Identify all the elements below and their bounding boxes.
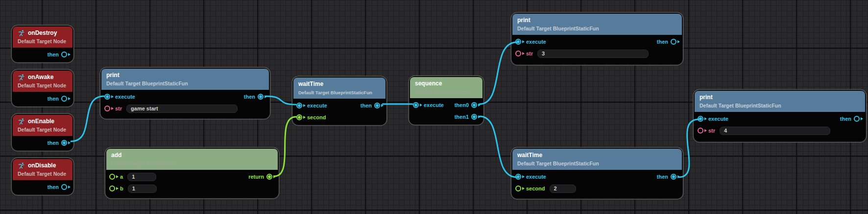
node-title: waitTime xyxy=(298,80,323,88)
node-subtitle: Default Target BlueprintStaticFun xyxy=(106,80,264,87)
pin-label-execute: execute xyxy=(307,103,327,108)
b-value-input[interactable] xyxy=(128,185,157,193)
event-runner-icon xyxy=(18,118,25,125)
node-title: add xyxy=(111,151,121,159)
exec-output-pin-then[interactable] xyxy=(374,103,380,108)
pin-label-then: then xyxy=(361,103,372,108)
node-title: sequence xyxy=(415,80,442,87)
second-value-input[interactable] xyxy=(550,185,576,193)
node-title: print xyxy=(517,16,530,24)
pin-label-execute: execute xyxy=(526,39,546,45)
number-input-pin-second[interactable] xyxy=(296,114,302,120)
pin-label-then1: then1 xyxy=(455,114,469,120)
node-title: onDestroy xyxy=(28,29,57,37)
str-value-input[interactable] xyxy=(537,50,649,58)
pin-label-return: return xyxy=(248,174,264,180)
node-ondestroy[interactable]: onDestroy Default Target Node then xyxy=(13,27,72,61)
pin-label-second: second xyxy=(307,114,326,120)
pin-label-str: str xyxy=(526,51,533,56)
node-add[interactable]: add Default Target BPMathLib a return b xyxy=(106,149,278,197)
node-subtitle: Default Target Node xyxy=(18,82,68,89)
event-runner-icon xyxy=(18,29,25,37)
exec-output-pin-then0[interactable] xyxy=(471,102,477,108)
node-title: onEnable xyxy=(28,117,54,125)
pin-label-execute: execute xyxy=(115,94,135,100)
number-input-pin-second[interactable] xyxy=(515,186,521,191)
pin-label-a: a xyxy=(120,174,123,180)
number-input-pin-b[interactable] xyxy=(109,186,115,191)
event-runner-icon xyxy=(18,74,25,81)
wire-sequence-then1-to-waittime2 xyxy=(480,116,517,177)
node-print-2[interactable]: print Default Target BlueprintStaticFun … xyxy=(512,14,682,64)
str-value-input[interactable] xyxy=(126,105,238,113)
node-subtitle: Default Target BPMathLib xyxy=(111,160,273,167)
exec-output-pin-then[interactable] xyxy=(854,116,860,122)
node-onawake[interactable]: onAwake Default Target Node then xyxy=(13,71,72,106)
pin-label-b: b xyxy=(120,186,123,191)
node-title: print xyxy=(106,71,120,79)
pin-label-then: then xyxy=(244,94,255,100)
exec-input-pin-execute[interactable] xyxy=(413,102,419,108)
pin-label-then: then xyxy=(48,140,59,146)
exec-input-pin-execute[interactable] xyxy=(515,39,521,45)
exec-output-pin-then[interactable] xyxy=(61,52,67,57)
node-subtitle: Default Target Node xyxy=(18,38,68,45)
pin-label-then: then xyxy=(657,174,668,180)
node-title: waitTime xyxy=(517,151,542,159)
wire-sequence-then0-to-print2 xyxy=(480,42,517,104)
pin-label-then: then xyxy=(840,116,851,122)
number-output-pin-return[interactable] xyxy=(266,174,272,180)
node-title: print xyxy=(699,93,713,101)
exec-output-pin-then[interactable] xyxy=(61,96,67,102)
wire-onenable-to-print1 xyxy=(71,96,104,141)
node-print-3[interactable]: print Default Target BlueprintStaticFun … xyxy=(695,91,865,141)
pin-label-then: then xyxy=(48,96,59,102)
blueprint-graph-canvas[interactable]: onDestroy Default Target Node then onAwa… xyxy=(0,0,868,214)
node-subtitle: Default Target Node xyxy=(18,170,68,178)
node-title: onDisable xyxy=(28,161,56,169)
node-subtitle: Default Target BlueprintStaticFun xyxy=(298,89,381,96)
exec-input-pin-execute[interactable] xyxy=(698,116,703,122)
exec-output-pin-then[interactable] xyxy=(258,94,264,100)
node-onenable[interactable]: onEnable Default Target Node then xyxy=(13,115,72,150)
string-input-pin-str[interactable] xyxy=(698,128,703,134)
pin-label-second: second xyxy=(526,186,545,191)
pin-label-str: str xyxy=(115,106,122,111)
pin-label-execute: execute xyxy=(708,116,728,122)
event-runner-icon xyxy=(18,162,25,169)
exec-output-pin-then1[interactable] xyxy=(471,114,477,120)
pin-label-then: then xyxy=(48,184,59,190)
string-input-pin-str[interactable] xyxy=(515,51,521,56)
node-subtitle: Default Target BlueprintStaticFun xyxy=(699,102,860,109)
wire-print1-to-waittime1 xyxy=(266,96,296,105)
node-title: onAwake xyxy=(28,73,53,81)
pin-label-execute: execute xyxy=(526,174,546,180)
exec-output-pin-then[interactable] xyxy=(671,39,676,45)
str-value-input[interactable] xyxy=(720,127,830,135)
exec-input-pin-execute[interactable] xyxy=(296,103,302,108)
node-sequence[interactable]: sequence Default Target system execute t… xyxy=(410,77,482,124)
string-input-pin-str[interactable] xyxy=(104,106,110,111)
node-subtitle: Default Target system xyxy=(415,88,478,96)
node-subtitle: Default Target BlueprintStaticFun xyxy=(517,25,677,32)
exec-output-pin-then[interactable] xyxy=(61,140,67,146)
pin-label-str: str xyxy=(708,128,715,134)
pin-label-then: then xyxy=(657,39,668,45)
exec-input-pin-execute[interactable] xyxy=(104,94,110,100)
number-input-pin-a[interactable] xyxy=(109,174,115,180)
node-waittime-2[interactable]: waitTime Default Target BlueprintStaticF… xyxy=(512,149,682,198)
pin-label-then: then xyxy=(48,52,59,57)
node-ondisable[interactable]: onDisable Default Target Node then xyxy=(13,159,72,194)
exec-input-pin-execute[interactable] xyxy=(515,174,521,180)
node-subtitle: Default Target BlueprintStaticFun xyxy=(517,160,677,167)
pin-label-execute: execute xyxy=(424,102,444,108)
exec-output-pin-then[interactable] xyxy=(61,184,67,190)
exec-output-pin-then[interactable] xyxy=(671,174,676,180)
node-waittime-1[interactable]: waitTime Default Target BlueprintStaticF… xyxy=(293,78,386,124)
a-value-input[interactable] xyxy=(127,173,156,181)
node-subtitle: Default Target Node xyxy=(18,126,68,134)
node-print-1[interactable]: print Default Target BlueprintStaticFun … xyxy=(101,69,269,118)
pin-label-then0: then0 xyxy=(455,102,469,108)
